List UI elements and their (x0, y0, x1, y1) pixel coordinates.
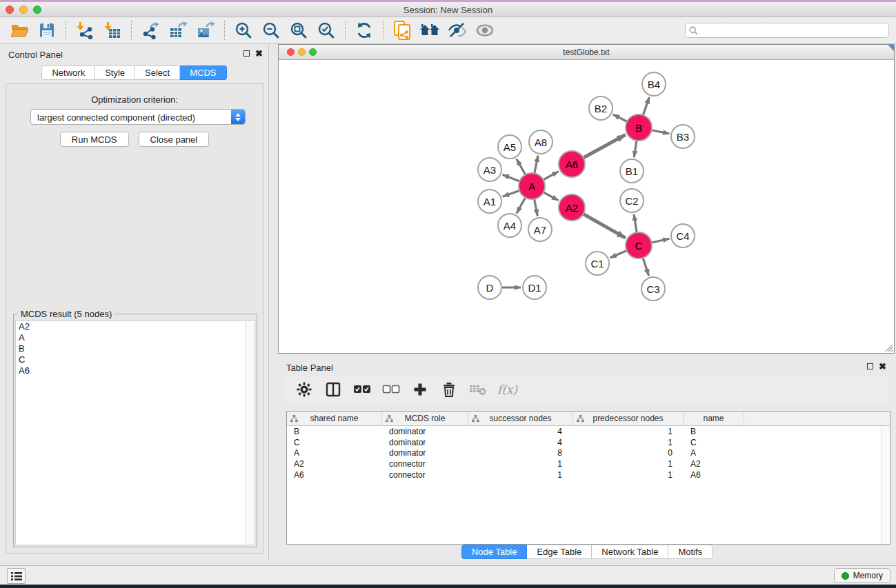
table-row[interactable]: Adominator80A (287, 448, 890, 459)
close-panel-button[interactable]: Close panel (139, 132, 210, 147)
delete-column-button[interactable] (439, 380, 459, 399)
graph-node-C4[interactable]: C4 (670, 223, 695, 248)
table-row[interactable]: A2connector11A2 (287, 458, 890, 469)
column-header-name[interactable]: name (684, 412, 744, 425)
tab-mcds[interactable]: MCDS (180, 65, 226, 80)
network-canvas[interactable]: AA1A2A3A4A5A6A7A8BB1B2B3B4CC1C2C3C4DD1 (279, 60, 894, 353)
zoom-fit-icon (290, 21, 308, 39)
desktop-edge-bottom (0, 585, 896, 588)
float-table-panel-icon[interactable] (867, 363, 873, 369)
export-network-button[interactable] (137, 19, 164, 42)
result-list-item[interactable]: B (16, 343, 255, 354)
graph-node-C3[interactable]: C3 (641, 276, 666, 301)
apply-layout-button[interactable] (350, 19, 378, 42)
table-tab-motifs[interactable]: Motifs (668, 545, 713, 559)
table-settings-button[interactable] (295, 380, 314, 399)
unselect-all-columns-button[interactable] (381, 380, 401, 399)
result-list-item[interactable]: A6 (16, 365, 255, 376)
criterion-dropdown[interactable]: largest connected component (directed) (30, 109, 246, 125)
close-panel-icon[interactable]: ✖ (255, 50, 263, 57)
tab-style[interactable]: Style (95, 65, 135, 80)
import-network-button[interactable] (71, 19, 99, 42)
eye-slash-icon (448, 22, 467, 39)
graph-node-A3[interactable]: A3 (477, 157, 502, 182)
zoom-fit-button[interactable] (285, 19, 312, 42)
function-builder-button[interactable]: f(x) (497, 383, 517, 396)
search-field[interactable] (685, 23, 889, 38)
result-list-scrollbar[interactable] (245, 322, 254, 544)
graph-node-A6[interactable]: A6 (558, 150, 586, 178)
toggle-column-view-button[interactable] (323, 380, 343, 399)
table-row[interactable]: A6connector11A6 (287, 469, 890, 480)
graph-node-A7[interactable]: A7 (528, 217, 552, 242)
application-window: Session: New Session (0, 0, 896, 588)
open-session-button[interactable] (6, 19, 33, 42)
column-header-MCDS-role[interactable]: MCDS role (382, 412, 468, 425)
graph-node-D1[interactable]: D1 (522, 275, 547, 300)
zoom-out-icon (262, 21, 280, 39)
table-cell: C (287, 438, 382, 447)
close-table-panel-icon[interactable]: ✖ (879, 363, 886, 370)
table-scrollbar[interactable] (881, 426, 890, 544)
delete-table-button[interactable] (468, 380, 488, 399)
graph-node-D[interactable]: D (477, 275, 502, 300)
column-header-predecessor-nodes[interactable]: predecessor nodes (573, 412, 684, 425)
table-cell: connector (382, 470, 468, 480)
import-network-icon (76, 21, 94, 39)
column-header-shared-name[interactable]: shared name (287, 412, 382, 425)
hide-selected-button[interactable] (444, 19, 471, 42)
graph-node-C[interactable]: C (625, 232, 653, 259)
show-all-button[interactable] (471, 19, 499, 42)
save-session-button[interactable] (33, 19, 61, 42)
network-window-titlebar[interactable]: testGlobe.txt (279, 45, 894, 60)
graph-node-B[interactable]: B (625, 114, 653, 141)
zoom-in-button[interactable] (230, 19, 257, 42)
table-tab-edge-table[interactable]: Edge Table (527, 545, 592, 559)
table-cell: A6 (684, 470, 744, 480)
result-list-item[interactable]: C (16, 354, 255, 365)
mcds-tab-panel: Optimization criterion: largest connecte… (6, 83, 263, 554)
graph-node-C2[interactable]: C2 (619, 188, 644, 213)
result-list-item[interactable]: A (16, 332, 255, 343)
table-row[interactable]: Bdominator41B (287, 426, 890, 437)
tab-select[interactable]: Select (135, 65, 180, 80)
resize-grip-icon[interactable] (884, 343, 893, 352)
float-panel-icon[interactable] (243, 50, 250, 57)
result-list-item[interactable]: A2 (16, 321, 255, 332)
graph-node-B4[interactable]: B4 (641, 72, 666, 97)
memory-button[interactable]: Memory (834, 568, 890, 583)
export-image-button[interactable] (192, 19, 219, 42)
graph-node-A2[interactable]: A2 (558, 194, 586, 221)
graph-node-A5[interactable]: A5 (497, 134, 522, 159)
graph-node-A4[interactable]: A4 (497, 213, 522, 238)
create-column-button[interactable] (410, 380, 430, 399)
export-table-button[interactable] (164, 19, 192, 42)
show-panels-button[interactable] (7, 568, 26, 584)
graph-node-A8[interactable]: A8 (528, 130, 553, 154)
tab-network[interactable]: Network (41, 65, 95, 80)
table-cell: B (684, 427, 744, 436)
first-neighbors-button[interactable] (416, 19, 444, 42)
table-row[interactable]: Cdominator41C (287, 437, 890, 448)
new-network-from-selection-button[interactable] (388, 19, 416, 42)
graph-node-B2[interactable]: B2 (588, 96, 613, 121)
graph-node-B1[interactable]: B1 (619, 159, 644, 183)
mcds-result-list[interactable]: A2ABCA6 (15, 321, 255, 545)
zoom-selected-button[interactable] (312, 19, 340, 42)
search-input[interactable] (701, 24, 884, 37)
column-header-successor-nodes[interactable]: successor nodes (468, 412, 573, 425)
run-mcds-button[interactable]: Run MCDS (60, 132, 129, 147)
import-table-button[interactable] (99, 19, 126, 42)
toolbar-separator (131, 21, 132, 40)
table-tab-network-table[interactable]: Network Table (592, 545, 668, 559)
graph-node-A1[interactable]: A1 (477, 189, 502, 214)
select-all-columns-button[interactable] (352, 380, 372, 399)
criterion-dropdown-value: largest connected component (directed) (37, 112, 195, 123)
zoom-out-button[interactable] (257, 19, 285, 42)
table-cell: 1 (573, 459, 684, 469)
table-type-tabs: Node TableEdge TableNetwork TableMotifs (278, 545, 896, 559)
graph-node-C1[interactable]: C1 (585, 251, 610, 276)
graph-node-A[interactable]: A (518, 172, 546, 200)
graph-node-B3[interactable]: B3 (670, 124, 695, 149)
table-tab-node-table[interactable]: Node Table (461, 545, 528, 559)
